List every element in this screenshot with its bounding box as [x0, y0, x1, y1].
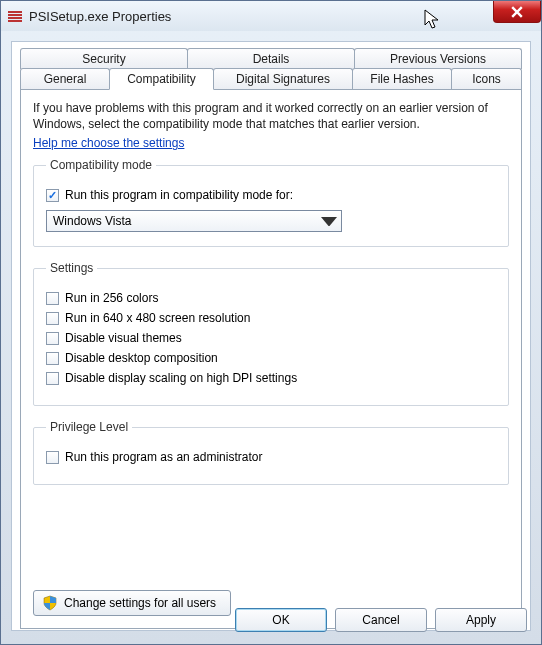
intro-text: If you have problems with this program a…: [33, 100, 509, 132]
tab-security[interactable]: Security: [20, 48, 188, 69]
properties-window: PSISetup.exe Properties Security Details…: [0, 0, 542, 645]
dialog-content: Security Details Previous Versions Gener…: [11, 41, 531, 631]
tab-row-lower: General Compatibility Digital Signatures…: [20, 68, 522, 89]
label-256-colors: Run in 256 colors: [65, 291, 158, 305]
label-compat-mode: Run this program in compatibility mode f…: [65, 188, 293, 202]
label-disable-dpi-scaling: Disable display scaling on high DPI sett…: [65, 371, 297, 385]
tab-compatibility[interactable]: Compatibility: [109, 68, 214, 90]
close-button[interactable]: [493, 1, 541, 23]
label-disable-themes: Disable visual themes: [65, 331, 182, 345]
tab-general[interactable]: General: [20, 68, 110, 89]
checkbox-disable-dpi-scaling[interactable]: [46, 372, 59, 385]
window-title: PSISetup.exe Properties: [29, 9, 171, 24]
cancel-button[interactable]: Cancel: [335, 608, 427, 632]
svg-rect-3: [8, 20, 22, 22]
tab-row-upper: Security Details Previous Versions: [20, 48, 522, 69]
dialog-footer: OK Cancel Apply: [235, 608, 527, 632]
checkbox-256-colors[interactable]: [46, 292, 59, 305]
combo-os-version-value: Windows Vista: [53, 214, 131, 228]
group-compatibility-mode: Compatibility mode Run this program in c…: [33, 158, 509, 247]
change-settings-all-users-label: Change settings for all users: [64, 596, 216, 610]
tab-icons[interactable]: Icons: [451, 68, 522, 89]
titlebar[interactable]: PSISetup.exe Properties: [1, 1, 541, 31]
legend-privilege-level: Privilege Level: [46, 420, 132, 434]
chevron-down-icon: [321, 213, 337, 229]
tab-previous-versions[interactable]: Previous Versions: [354, 48, 522, 69]
checkbox-640x480[interactable]: [46, 312, 59, 325]
checkbox-run-as-admin[interactable]: [46, 451, 59, 464]
legend-settings: Settings: [46, 261, 97, 275]
close-icon: [511, 6, 523, 18]
help-link[interactable]: Help me choose the settings: [33, 136, 184, 150]
legend-compatibility-mode: Compatibility mode: [46, 158, 156, 172]
checkbox-disable-composition[interactable]: [46, 352, 59, 365]
app-icon: [7, 8, 23, 24]
label-disable-composition: Disable desktop composition: [65, 351, 218, 365]
svg-rect-1: [8, 14, 22, 16]
tab-panel-compatibility: If you have problems with this program a…: [20, 89, 522, 629]
tab-details[interactable]: Details: [187, 48, 355, 69]
ok-button[interactable]: OK: [235, 608, 327, 632]
mouse-cursor-icon: [424, 9, 442, 31]
combo-os-version[interactable]: Windows Vista: [46, 210, 342, 232]
label-640x480: Run in 640 x 480 screen resolution: [65, 311, 250, 325]
shield-icon: [42, 595, 58, 611]
tab-file-hashes[interactable]: File Hashes: [352, 68, 452, 89]
checkbox-disable-themes[interactable]: [46, 332, 59, 345]
checkbox-compat-mode[interactable]: [46, 189, 59, 202]
apply-button[interactable]: Apply: [435, 608, 527, 632]
tab-digital-signatures[interactable]: Digital Signatures: [213, 68, 353, 89]
change-settings-all-users-button[interactable]: Change settings for all users: [33, 590, 231, 616]
group-privilege-level: Privilege Level Run this program as an a…: [33, 420, 509, 485]
svg-rect-0: [8, 11, 22, 13]
label-run-as-admin: Run this program as an administrator: [65, 450, 262, 464]
group-settings: Settings Run in 256 colors Run in 640 x …: [33, 261, 509, 406]
svg-rect-2: [8, 17, 22, 19]
